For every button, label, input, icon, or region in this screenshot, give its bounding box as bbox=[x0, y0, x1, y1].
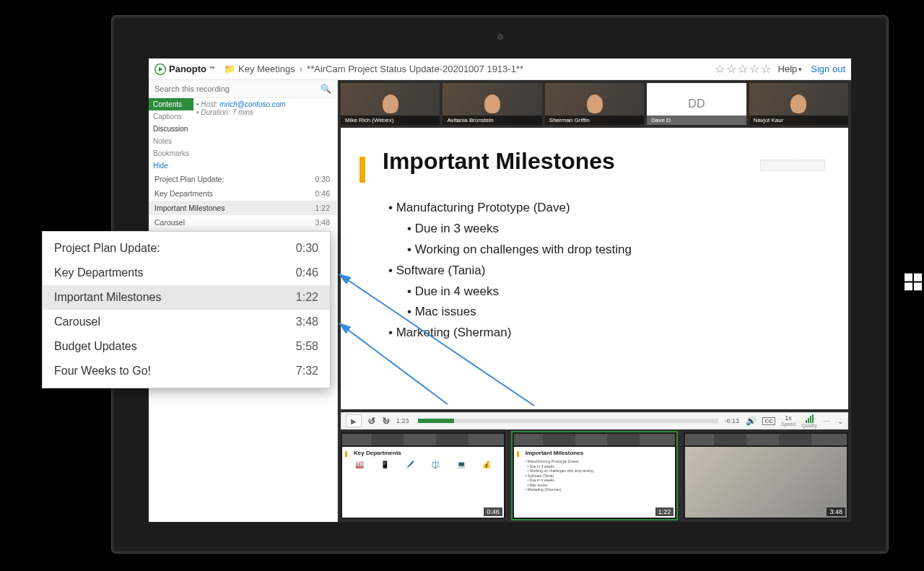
folder-icon: 📁 bbox=[224, 64, 235, 74]
panopto-icon bbox=[154, 64, 166, 75]
svg-marker-5 bbox=[159, 66, 162, 71]
callout-chapter[interactable]: Key Departments0:46 bbox=[43, 261, 330, 285]
speed-control[interactable]: 1xSpeed bbox=[781, 415, 796, 427]
sign-out-link[interactable]: Sign out bbox=[811, 64, 845, 74]
search-icon[interactable]: 🔍 bbox=[321, 84, 331, 94]
tab-discussion[interactable]: Discussion bbox=[149, 123, 193, 135]
thumbnail[interactable]: Key Departments 🏭📱🖊️⚖️💻💰 0:46 bbox=[341, 432, 505, 519]
tab-captions[interactable]: Captions bbox=[149, 110, 193, 123]
forward-10-icon[interactable]: ↻10 bbox=[382, 415, 391, 427]
volume-icon[interactable]: 🔊 bbox=[746, 416, 757, 426]
participant-gallery: Mike Rich (Webex) Avitania Bronstein She… bbox=[341, 83, 848, 125]
participant-tile[interactable]: Mike Rich (Webex) bbox=[341, 83, 440, 125]
callout-chapter[interactable]: Project Plan Update:0:30 bbox=[43, 236, 330, 261]
play-button[interactable]: ▶ bbox=[346, 414, 362, 427]
tab-notes[interactable]: Notes bbox=[149, 135, 193, 147]
quality-control[interactable]: Quality bbox=[801, 414, 817, 428]
quality-bars-icon bbox=[806, 414, 814, 423]
recording-title: **AirCam Project Status Update-20201007 … bbox=[307, 64, 523, 74]
slide-area: Important Milestones Manufacturing Proto… bbox=[341, 128, 848, 409]
callout-chapter-selected[interactable]: Important Milestones1:22 bbox=[43, 285, 330, 310]
captions-toggle[interactable]: CC bbox=[762, 417, 775, 425]
remaining-time: -6:13 bbox=[724, 417, 740, 424]
star-icon[interactable]: ☆ bbox=[761, 62, 771, 76]
camera-dot bbox=[497, 34, 503, 40]
search-box[interactable]: 🔍 bbox=[149, 80, 337, 98]
chapter-item[interactable]: Carousel3:48 bbox=[149, 215, 337, 230]
tab-contents[interactable]: Contents bbox=[149, 98, 193, 110]
tab-hide[interactable]: Hide bbox=[149, 160, 193, 172]
chapter-item[interactable]: Project Plan Update:0:30 bbox=[149, 172, 337, 186]
tab-bookmarks[interactable]: Bookmarks bbox=[149, 147, 193, 160]
collapse-icon[interactable]: ⌄ bbox=[837, 417, 843, 425]
breadcrumb-folder[interactable]: 📁 Key Meetings bbox=[224, 64, 295, 74]
slide-title: Important Milestones bbox=[383, 148, 822, 175]
star-icon[interactable]: ☆ bbox=[738, 62, 748, 76]
thumbnail-selected[interactable]: Important Milestones • Manufacturing Pro… bbox=[513, 432, 677, 519]
star-icon[interactable]: ☆ bbox=[726, 62, 736, 76]
host-email-link[interactable]: mrich@contoso.com bbox=[219, 100, 285, 108]
windows-logo-icon bbox=[905, 274, 922, 296]
recording-meta: • Host: mrich@contoso.com • Duration: 7 … bbox=[193, 98, 337, 172]
thumbnail[interactable]: 3:48 bbox=[684, 432, 848, 519]
top-bar: Panopto™ 📁 Key Meetings › **AirCam Proje… bbox=[149, 58, 851, 80]
rating-stars[interactable]: ☆ ☆ ☆ ☆ ☆ bbox=[715, 62, 771, 76]
participant-tile[interactable]: Avitania Bronstein bbox=[443, 83, 541, 125]
left-tabs: Contents Captions Discussion Notes Bookm… bbox=[149, 98, 193, 172]
callout-chapter[interactable]: Four Weeks to Go!7:32 bbox=[43, 359, 330, 383]
svg-rect-2 bbox=[905, 283, 912, 291]
slide-accent-bar bbox=[359, 157, 365, 183]
video-panel: Mike Rich (Webex) Avitania Bronstein She… bbox=[338, 80, 851, 522]
svg-rect-3 bbox=[914, 283, 922, 291]
breadcrumb-separator: › bbox=[300, 64, 302, 74]
callout-chapter[interactable]: Carousel3:48 bbox=[43, 310, 330, 334]
participant-tile[interactable]: DDDave D. bbox=[647, 83, 746, 125]
brand-logo[interactable]: Panopto™ bbox=[154, 64, 215, 75]
thumbnail-strip: Key Departments 🏭📱🖊️⚖️💻💰 0:46 Important … bbox=[341, 432, 848, 519]
slide-bullets: Manufacturing Prototype (Dave) Due in 3 … bbox=[388, 198, 822, 344]
star-icon[interactable]: ☆ bbox=[749, 62, 759, 76]
callout-chapter[interactable]: Budget Updates5:58 bbox=[43, 334, 330, 359]
current-time: 1:23 bbox=[396, 417, 412, 424]
chevron-down-icon: ▾ bbox=[798, 66, 802, 73]
slide-placeholder bbox=[760, 160, 825, 171]
more-options-icon[interactable]: ⋯ bbox=[823, 417, 832, 425]
rewind-10-icon[interactable]: ↺10 bbox=[367, 415, 376, 427]
help-menu[interactable]: Help ▾ bbox=[778, 64, 803, 74]
player-controls: ▶ ↺10 ↻10 1:23 -6:13 🔊 CC 1xSpeed Qualit… bbox=[341, 412, 848, 430]
folder-name: Key Meetings bbox=[238, 64, 295, 74]
search-input[interactable] bbox=[149, 80, 337, 97]
star-icon[interactable]: ☆ bbox=[715, 62, 725, 76]
chapter-item-selected[interactable]: Important Milestones1:22 bbox=[149, 201, 337, 215]
svg-rect-1 bbox=[914, 274, 922, 282]
progress-bar[interactable] bbox=[418, 419, 718, 423]
svg-rect-0 bbox=[905, 274, 912, 282]
chapter-item[interactable]: Key Departments0:46 bbox=[149, 186, 337, 201]
chapter-callout: Project Plan Update:0:30 Key Departments… bbox=[42, 231, 331, 388]
brand-name: Panopto bbox=[169, 64, 206, 74]
participant-tile[interactable]: Navjot Kaur bbox=[749, 83, 848, 125]
participant-tile[interactable]: Sherman Griffin bbox=[545, 83, 644, 125]
